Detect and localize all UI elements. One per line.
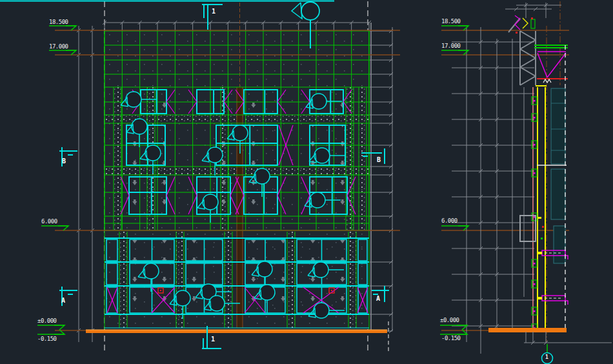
level-label-m0150-right: -0.150	[441, 335, 461, 341]
section-marker-a-left: A	[61, 298, 65, 304]
section-marker-b-right: B	[377, 157, 381, 163]
section-marker-b-left: B	[62, 158, 66, 165]
section-view	[441, 1, 569, 354]
section-marker-a-right: A	[376, 296, 380, 302]
level-label-17000-left: 17.000	[49, 43, 68, 50]
cad-drawing[interactable]	[0, 0, 613, 364]
level-label-0000-right: ±0.000	[440, 317, 459, 323]
level-label-18500-left: 18.500	[49, 19, 68, 25]
section-marker-1-bottom: 1	[211, 336, 215, 343]
level-label-17000-right: 17.000	[441, 43, 461, 49]
level-label-18500-right: 18.500	[441, 18, 461, 25]
level-label-6000-right: 6.000	[441, 217, 457, 224]
cad-viewport[interactable]: 18.500 17.000 6.000 ±0.000 -0.150 18.500…	[0, 0, 613, 364]
level-label-m0150-left: -0.150	[37, 336, 57, 342]
elevation-view	[55, 3, 400, 333]
level-label-0000-left: ±0.000	[37, 318, 57, 324]
detail-balloon-1-label: 1	[545, 354, 548, 361]
section-marker-1-top: 1	[212, 8, 216, 15]
level-label-6000-left: 6.000	[41, 218, 57, 225]
